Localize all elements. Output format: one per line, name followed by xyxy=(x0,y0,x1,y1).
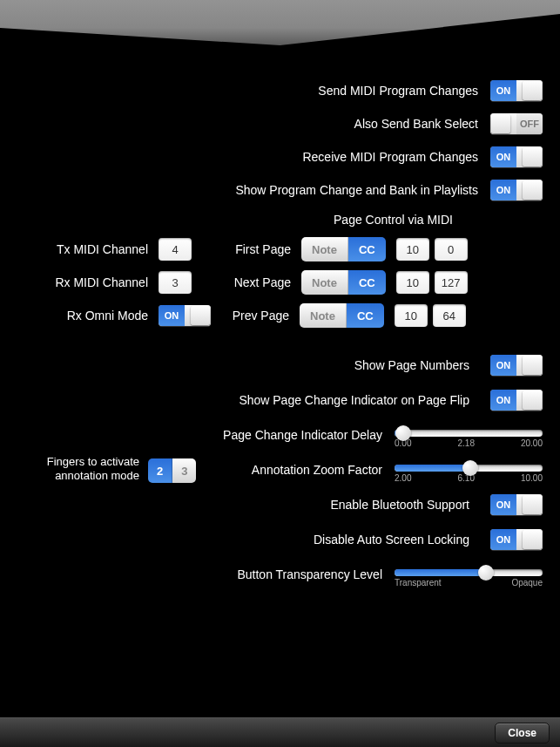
indicator-delay-label: Page Change Indicator Delay xyxy=(223,428,382,442)
page-control-title: Page Control via MIDI xyxy=(244,213,543,227)
annotation-zoom-min: 2.00 xyxy=(395,473,411,483)
rx-omni-label: Rx Omni Mode xyxy=(17,309,148,323)
prev-page-cc-input[interactable] xyxy=(395,304,428,327)
prev-page-val-input[interactable] xyxy=(433,304,466,327)
show-playlists-toggle[interactable]: ONOFF xyxy=(490,180,543,200)
first-page-mode-segment[interactable]: Note CC xyxy=(301,237,386,261)
next-page-mode-segment[interactable]: Note CC xyxy=(301,270,386,295)
receive-midi-label: Receive MIDI Program Changes xyxy=(302,150,478,164)
bottom-toolbar: Close xyxy=(0,717,560,747)
bank-select-label: Also Send Bank Select xyxy=(354,117,478,131)
prev-page-label: Prev Page xyxy=(221,309,289,323)
next-page-label: Next Page xyxy=(213,275,291,289)
rx-channel-input[interactable] xyxy=(159,271,192,294)
next-page-val-input[interactable] xyxy=(435,271,468,294)
auto-lock-toggle[interactable]: ONOFF xyxy=(490,529,543,550)
indicator-delay-mid: 2.18 xyxy=(457,438,474,448)
rx-omni-toggle[interactable]: ONOFF xyxy=(159,305,211,326)
fingers-3-btn[interactable]: 3 xyxy=(172,458,196,483)
fingers-2-btn[interactable]: 2 xyxy=(148,458,172,483)
first-page-val-input[interactable] xyxy=(435,238,468,261)
tx-channel-input[interactable] xyxy=(159,238,192,261)
auto-lock-label: Disable Auto Screen Locking xyxy=(314,533,469,547)
next-page-cc-input[interactable] xyxy=(396,271,429,294)
send-midi-toggle[interactable]: ONOFF xyxy=(490,80,543,101)
transparency-right: Opaque xyxy=(511,578,543,587)
annotation-zoom-label: Annotation Zoom Factor xyxy=(252,463,382,477)
prev-page-mode-segment[interactable]: Note CC xyxy=(300,303,384,328)
annotation-zoom-max: 10.00 xyxy=(521,473,543,483)
show-playlists-label: Show Program Change and Bank in Playlist… xyxy=(235,183,478,197)
annotation-fingers-label: Fingers to activate annotation mode xyxy=(17,455,139,482)
button-transparency-label: Button Transparency Level xyxy=(237,567,382,581)
rx-channel-label: Rx MIDI Channel xyxy=(17,275,148,289)
indicator-delay-slider[interactable] xyxy=(395,430,543,437)
first-page-cc-input[interactable] xyxy=(396,238,429,261)
settings-panel: Send MIDI Program Changes ONOFF Also Sen… xyxy=(17,78,543,712)
show-indicator-toggle[interactable]: ONOFF xyxy=(490,390,543,411)
bluetooth-label: Enable Bluetooth Support xyxy=(330,498,469,512)
show-page-numbers-label: Show Page Numbers xyxy=(354,358,469,372)
annotation-fingers-segment[interactable]: 2 3 xyxy=(148,458,196,483)
first-page-cc-btn[interactable]: CC xyxy=(348,237,386,261)
button-transparency-slider[interactable] xyxy=(395,569,543,576)
receive-midi-toggle[interactable]: ONOFF xyxy=(490,146,543,167)
show-page-numbers-toggle[interactable]: ONOFF xyxy=(490,355,543,376)
prev-page-note-btn[interactable]: Note xyxy=(300,303,347,328)
page-curl-decoration xyxy=(0,0,560,70)
first-page-note-btn[interactable]: Note xyxy=(301,237,348,261)
transparency-left: Transparent xyxy=(395,578,442,587)
annotation-zoom-slider[interactable] xyxy=(395,465,543,472)
prev-page-cc-btn[interactable]: CC xyxy=(347,303,384,328)
bluetooth-toggle[interactable]: ONOFF xyxy=(490,494,543,515)
next-page-cc-btn[interactable]: CC xyxy=(348,270,386,295)
close-button[interactable]: Close xyxy=(495,723,550,744)
send-midi-label: Send MIDI Program Changes xyxy=(318,84,478,98)
indicator-delay-max: 20.00 xyxy=(521,438,543,448)
bank-select-toggle[interactable]: ONOFF xyxy=(490,113,543,134)
show-indicator-label: Show Page Change Indicator on Page Flip xyxy=(239,393,469,407)
first-page-label: First Page xyxy=(213,242,291,256)
next-page-note-btn[interactable]: Note xyxy=(301,270,348,295)
tx-channel-label: Tx MIDI Channel xyxy=(17,242,148,256)
